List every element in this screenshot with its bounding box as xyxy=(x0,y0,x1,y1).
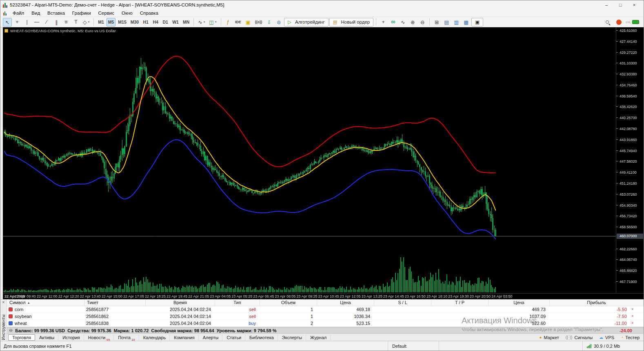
menu-file[interactable]: Файл xyxy=(9,9,28,17)
timeframe-h1[interactable]: H1 xyxy=(141,18,150,26)
status-help-text: Для вызова справки нажмите F1 xyxy=(0,344,388,349)
market-icon-button[interactable]: ▣ xyxy=(244,18,253,26)
community-icon-button[interactable]: ⊚ xyxy=(274,18,283,26)
chart-style-button[interactable]: ◫▾ xyxy=(207,18,218,26)
tab-alerts[interactable]: Алерты xyxy=(199,334,223,341)
zoom-in-button[interactable]: ⊕ xyxy=(408,18,417,26)
col-ticket[interactable]: Тикет xyxy=(84,300,146,306)
timeframe-m5[interactable]: M5 xyxy=(107,18,116,26)
screenshot-button[interactable]: ▣ xyxy=(471,18,483,26)
close-position-button[interactable]: × xyxy=(631,307,635,311)
menu-service[interactable]: Сервис xyxy=(95,9,118,17)
zoom-out-button[interactable]: ⊖ xyxy=(418,18,427,26)
crosshair-mode-button[interactable]: + xyxy=(379,18,388,26)
tile-vertical-button[interactable]: ▦ xyxy=(462,18,471,26)
tab-journal[interactable]: Журнал xyxy=(306,334,331,341)
price-chart-canvas[interactable] xyxy=(3,27,616,293)
col-ticket-label: Тикет xyxy=(87,300,98,305)
tab-library[interactable]: Библиотека xyxy=(245,334,278,341)
vps-tool[interactable]: ☁VPS xyxy=(599,335,614,340)
close-position-button[interactable]: × xyxy=(631,321,635,325)
tab-history[interactable]: История xyxy=(58,334,84,341)
toolbar-buttons: ↖+|—∕∥≡T◇▾M1M5M15M30H1H4D1W1MN∿▾◫▾ƒIDE▣(… xyxy=(2,18,484,26)
timeframe-m30[interactable]: M30 xyxy=(129,18,140,26)
tab-experts[interactable]: Эксперты xyxy=(278,334,306,341)
position-row[interactable]: corn2585618772025.04.24 04:02:24sell1469… xyxy=(7,306,644,313)
toolbox-close-button[interactable]: × xyxy=(2,300,5,305)
tab-calendar[interactable]: Календарь xyxy=(139,334,170,341)
col-price-current[interactable]: Цена xyxy=(489,300,550,306)
close-button[interactable]: × xyxy=(627,0,641,9)
col-price-open[interactable]: Цена xyxy=(317,300,374,306)
tile-horizontal-button[interactable]: ▥ xyxy=(452,18,461,26)
fibonacci-tool[interactable]: ≡ xyxy=(62,18,71,26)
cascade-windows-button[interactable]: ▤ xyxy=(442,18,451,26)
positions-table-header[interactable]: Символ▲ТикетВремяТипОбъемЦенаS / LT / PЦ… xyxy=(7,300,644,306)
close-position-button[interactable]: × xyxy=(631,314,635,318)
position-type: sell xyxy=(215,306,260,313)
menu-charts[interactable]: Графики xyxy=(69,9,95,17)
zigzag-button[interactable]: ∿ xyxy=(398,18,407,26)
timeframe-d1[interactable]: D1 xyxy=(161,18,170,26)
collapse-icon[interactable]: ⊖ xyxy=(9,328,13,333)
col-type[interactable]: Тип xyxy=(215,300,260,306)
col-profit[interactable]: Прибыль xyxy=(550,300,644,306)
text-tool[interactable]: T xyxy=(71,18,80,26)
price-axis[interactable]: 425.61060427.44140429.27220431.10300432.… xyxy=(616,27,644,293)
new-order-button[interactable]: ▤Новый ордер xyxy=(329,18,374,26)
timeframe-m15[interactable]: M15 xyxy=(116,18,128,26)
trendline-tool[interactable]: ∕ xyxy=(42,18,51,26)
algotrading-button-glyph: ▷ xyxy=(288,19,291,25)
menu-window[interactable]: Окно xyxy=(118,9,136,17)
time-axis[interactable]: 22 Apr 202522 Apr 09:4022 Apr 11:0022 Ap… xyxy=(3,293,644,299)
minimize-button[interactable]: – xyxy=(600,0,613,9)
timeframe-h4[interactable]: H4 xyxy=(151,18,160,26)
col-volume[interactable]: Объем xyxy=(260,300,317,306)
col-sl[interactable]: S / L xyxy=(374,300,431,306)
menu-help[interactable]: Справка xyxy=(136,9,162,17)
signals-tool[interactable]: ((·))Сигналы xyxy=(566,335,593,340)
menu-view[interactable]: Вид xyxy=(28,9,44,17)
horizontal-line-tool[interactable]: — xyxy=(32,18,41,26)
col-tp[interactable]: T / P xyxy=(431,300,489,306)
position-row[interactable]: wheat2585618382025.04.24 04:02:04buy2523… xyxy=(7,320,644,327)
position-row[interactable]: soybean2585618622025.04.24 04:02:14sell1… xyxy=(7,313,644,320)
shapes-tool[interactable]: ◇▾ xyxy=(81,18,91,26)
tab-assets[interactable]: Активы xyxy=(35,334,58,341)
tab-trade[interactable]: Торговля xyxy=(8,334,35,341)
col-symbol[interactable]: Символ▲ xyxy=(7,300,84,306)
signals-icon-button[interactable]: ((o)) xyxy=(253,18,264,26)
status-profile[interactable]: Default xyxy=(388,341,439,351)
vertical-line-tool[interactable]: | xyxy=(22,18,31,26)
search-icon[interactable] xyxy=(603,18,612,26)
timeframe-m1[interactable]: M1 xyxy=(96,18,106,26)
price-tick: 429.27220 xyxy=(616,51,644,55)
timeframe-mn[interactable]: MN xyxy=(181,18,191,26)
titlebar[interactable]: 52323847 - Alpari-MT5-Demo: Демо-счет - … xyxy=(0,0,644,9)
toolbar-separator xyxy=(193,18,194,26)
chart-type-button[interactable]: ∿▾ xyxy=(196,18,207,26)
tab-articles[interactable]: Статьи xyxy=(222,334,245,341)
algotrading-button[interactable]: ▷Алготрейдинг xyxy=(284,18,329,26)
tile-windows-button[interactable]: ⊞ xyxy=(432,18,441,26)
tab-news[interactable]: Новости99 xyxy=(84,334,114,341)
channel-tool[interactable]: ∥ xyxy=(52,18,61,26)
col-time[interactable]: Время xyxy=(146,300,215,306)
menu-insert[interactable]: Вставка xyxy=(44,9,69,17)
notifications-badge[interactable] xyxy=(616,20,622,25)
price-tick: 445.74940 xyxy=(616,149,644,153)
market-tool[interactable]: ●Маркет xyxy=(539,335,559,340)
maximize-button[interactable]: □ xyxy=(613,0,627,9)
cloud-icon-button[interactable]: ⇩ xyxy=(264,18,273,26)
tester-tool[interactable]: ◔Тестер xyxy=(621,335,640,340)
tab-mail[interactable]: Почта10 xyxy=(114,334,139,341)
position-tp xyxy=(431,313,489,320)
crosshair-tool[interactable]: + xyxy=(13,18,22,26)
chart-plot[interactable]: WHEAT-SOYBEANS-CORN.synthetic, M5: Euro … xyxy=(3,27,616,293)
tab-company[interactable]: Компания xyxy=(170,334,198,341)
data-window-button[interactable]: 00 xyxy=(389,18,398,26)
indicators-button[interactable]: ƒ xyxy=(224,18,233,26)
timeframe-w1[interactable]: W1 xyxy=(171,18,180,26)
ide-button[interactable]: IDE xyxy=(233,18,243,26)
cursor-tool[interactable]: ↖ xyxy=(3,18,12,26)
